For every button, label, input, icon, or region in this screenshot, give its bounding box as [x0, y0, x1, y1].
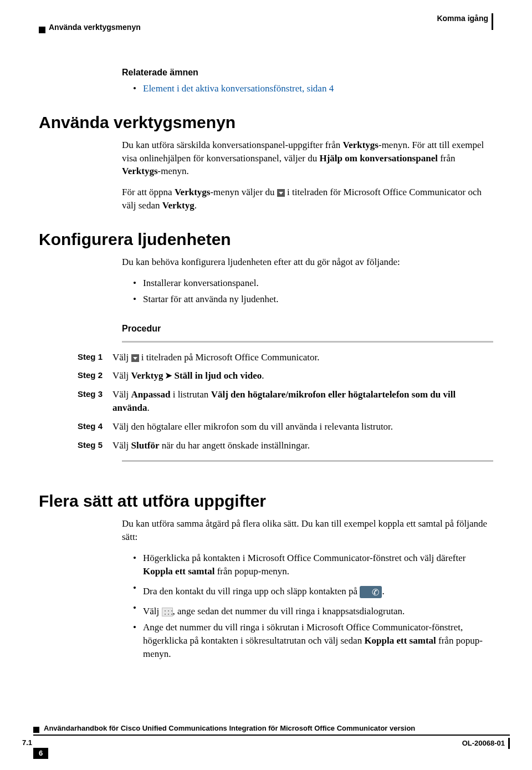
procedure-heading: Procedur	[122, 323, 493, 335]
multiple-ways-intro: Du kan utföra samma åtgärd på flera olik…	[122, 517, 493, 544]
step-label: Steg 4	[78, 417, 112, 436]
footer-version: 7.1	[22, 738, 32, 748]
step-text: Välj i titelraden på Microsoft Office Co…	[112, 348, 493, 367]
list-item: Ange det nummer du vill ringa i sökrutan…	[133, 621, 493, 660]
section-heading-tools-menu: Använda verktygsmenyn	[39, 111, 493, 134]
footer-bar	[508, 738, 510, 749]
section-heading-configure-audio: Konfigurera ljudenheten	[39, 228, 493, 251]
list-item: Välj , ange sedan det nummer du vill rin…	[133, 601, 493, 618]
related-link[interactable]: Element i det aktiva konversationsfönstr…	[143, 83, 334, 94]
step-text: Välj Verktyg➤Ställ in ljud och video.	[112, 366, 493, 385]
divider	[122, 460, 493, 462]
footer-doc-id: OL-20068-01	[462, 738, 505, 748]
header-section-right: Komma igång	[437, 13, 488, 24]
footer-marker	[33, 727, 39, 733]
divider	[122, 341, 493, 343]
step-label: Steg 2	[78, 366, 112, 385]
step-text: Välj Slutför när du har angett önskade i…	[112, 436, 493, 455]
dropdown-icon	[277, 189, 285, 197]
step-label: Steg 5	[78, 436, 112, 455]
step-text: Välj den högtalare eller mikrofon som du…	[112, 417, 493, 436]
keypad-icon	[162, 608, 173, 616]
configure-audio-intro: Du kan behöva konfigurera ljudenheten ef…	[122, 256, 493, 269]
tools-menu-paragraph-1: Du kan utföra särskilda konversationspan…	[122, 139, 493, 178]
footer-title: Användarhandbok för Cisco Unified Commun…	[44, 723, 415, 733]
list-item: Installerar konversationspanel.	[133, 277, 493, 290]
step-label: Steg 3	[78, 385, 112, 417]
list-item: Startar för att använda ny ljudenhet.	[133, 293, 493, 306]
list-item: Dra den kontakt du vill ringa upp och sl…	[133, 582, 493, 598]
step-text: Välj Anpassad i listrutan Välj den högta…	[112, 385, 493, 417]
phone-icon	[360, 586, 382, 598]
step-label: Steg 1	[78, 348, 112, 367]
list-item: Högerklicka på kontakten i Microsoft Off…	[133, 552, 493, 578]
header-section-left: Använda verktygsmenyn	[49, 22, 141, 33]
section-heading-multiple-ways: Flera sätt att utföra uppgifter	[39, 489, 493, 513]
menu-separator-icon: ➤	[165, 370, 172, 381]
header-marker-left	[39, 27, 45, 33]
tools-menu-paragraph-2: För att öppna Verktygs-menyn väljer du i…	[122, 186, 493, 212]
related-topics-heading: Relaterade ämnen	[122, 67, 493, 79]
dropdown-icon	[131, 354, 139, 362]
header-bar-right	[492, 13, 493, 30]
page-number: 6	[33, 748, 48, 759]
